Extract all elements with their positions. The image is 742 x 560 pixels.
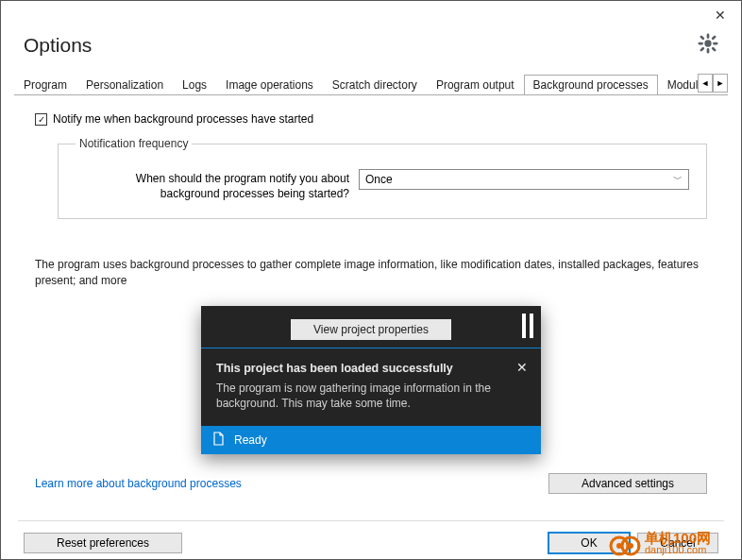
gear-icon[interactable] [698, 33, 718, 57]
chevron-down-icon: ﹀ [673, 173, 683, 186]
close-icon: ✕ [516, 360, 528, 375]
svg-point-0 [705, 41, 711, 46]
tab-program-output[interactable]: Program output [427, 75, 524, 95]
tab-content: ✓ Notify me when background processes ha… [1, 95, 741, 503]
reset-preferences-button[interactable]: Reset preferences [24, 533, 182, 553]
tab-image-operations[interactable]: Image operations [216, 75, 323, 95]
tab-scratch-directory[interactable]: Scratch directory [323, 75, 427, 95]
frequency-legend: Notification frequency [76, 137, 192, 150]
titlebar: ✕ [1, 1, 741, 29]
cancel-button[interactable]: Cancel [637, 533, 718, 553]
frequency-label: When should the program notify you about… [76, 169, 349, 201]
frequency-value: Once [365, 173, 393, 186]
document-icon [212, 432, 225, 449]
page-title: Options [24, 34, 92, 57]
description-text: The program uses background processes to… [35, 257, 707, 289]
tab-program[interactable]: Program [14, 75, 76, 95]
header: Options [1, 29, 741, 74]
notification-frequency-group: Notification frequency When should the p… [58, 137, 707, 219]
tab-scroll-left[interactable]: ◄ [698, 74, 713, 93]
toast-body: The program is now gathering image infor… [216, 381, 526, 411]
tab-scroll-right[interactable]: ► [713, 74, 728, 93]
notify-checkbox-row[interactable]: ✓ Notify me when background processes ha… [35, 112, 707, 126]
preview-toolbar: View project properties [201, 306, 541, 348]
tab-personalization[interactable]: Personalization [76, 75, 173, 95]
notification-preview: View project properties ✕ This project h… [201, 306, 541, 454]
window-close-button[interactable]: ✕ [700, 1, 741, 29]
toast-title: This project has been loaded successfull… [216, 362, 526, 375]
notify-checkbox-label: Notify me when background processes have… [53, 112, 313, 126]
ok-button[interactable]: OK [548, 533, 630, 553]
status-text: Ready [234, 433, 267, 447]
advanced-settings-button[interactable]: Advanced settings [548, 473, 707, 494]
tab-logs[interactable]: Logs [173, 75, 216, 95]
preview-toast: ✕ This project has been loaded successfu… [201, 348, 541, 426]
preview-statusbar: Ready [201, 426, 541, 454]
tab-bar: ProgramPersonalizationLogsImage operatio… [14, 74, 728, 95]
frequency-select[interactable]: Once ﹀ [359, 169, 689, 190]
view-properties-button: View project properties [291, 319, 451, 340]
tab-modules[interactable]: Modules [658, 75, 698, 95]
learn-more-link[interactable]: Learn more about background processes [35, 477, 242, 490]
checkbox-icon[interactable]: ✓ [35, 113, 47, 126]
tab-background-processes[interactable]: Background processes [524, 75, 658, 95]
dialog-footer: Reset preferences OK Cancel [1, 521, 741, 560]
